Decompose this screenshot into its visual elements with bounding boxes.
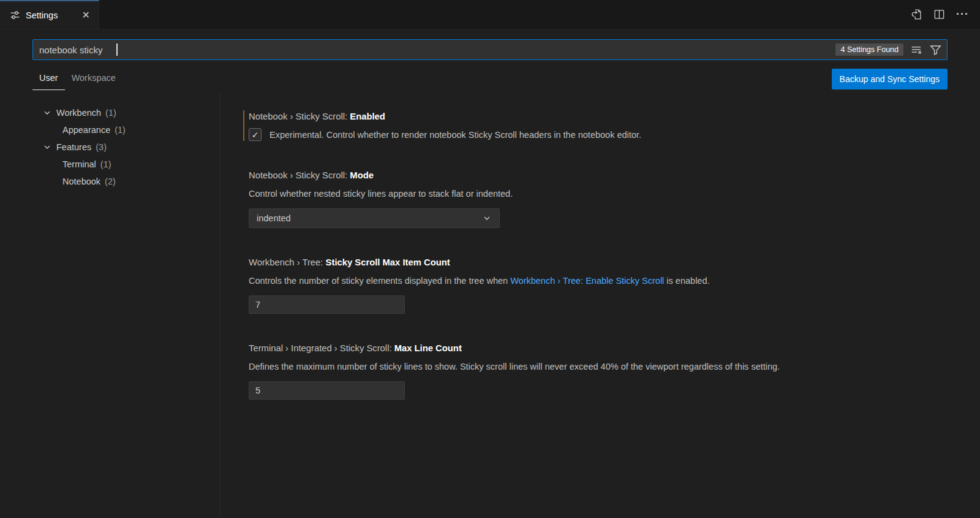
max-line-count-input[interactable] bbox=[249, 381, 405, 400]
setting-description: Control whether nested sticky lines appe… bbox=[249, 188, 956, 200]
settings-list: Notebook › Sticky Scroll: Enabled ✓ Expe… bbox=[221, 92, 980, 516]
setting-terminal-sticky-scroll-max-line-count: Terminal › Integrated › Sticky Scroll: M… bbox=[243, 342, 956, 400]
chevron-down-icon bbox=[482, 213, 492, 223]
setting-description: Experimental. Control whether to render … bbox=[270, 129, 641, 141]
setting-tree-sticky-scroll-max-item-count: Workbench › Tree: Sticky Scroll Max Item… bbox=[243, 256, 956, 314]
settings-sliders-icon bbox=[10, 10, 20, 20]
filter-settings-icon[interactable] bbox=[930, 44, 941, 56]
setting-title: Workbench › Tree: Sticky Scroll Max Item… bbox=[249, 256, 956, 269]
tab-title: Settings bbox=[26, 10, 58, 20]
setting-description: Controls the number of sticky elements d… bbox=[249, 275, 956, 287]
toc-item-terminal[interactable]: Terminal (1) bbox=[0, 156, 220, 173]
checkbox-checked[interactable]: ✓ bbox=[249, 128, 262, 141]
max-item-count-input[interactable] bbox=[249, 295, 405, 314]
settings-search-box[interactable]: 4 Settings Found bbox=[32, 39, 948, 60]
tab-user[interactable]: User bbox=[32, 68, 65, 90]
settings-count-badge: 4 Settings Found bbox=[835, 44, 903, 56]
settings-search-container: 4 Settings Found bbox=[0, 29, 980, 60]
settings-toc: Workbench (1) Appearance (1) Features (3… bbox=[0, 92, 221, 516]
setting-notebook-sticky-scroll-mode: Notebook › Sticky Scroll: Mode Control w… bbox=[243, 169, 956, 228]
settings-body: Workbench (1) Appearance (1) Features (3… bbox=[0, 92, 980, 516]
scope-tabs-row: User Workspace Backup and Sync Settings bbox=[0, 60, 980, 92]
text-caret bbox=[116, 44, 118, 56]
open-settings-json-icon[interactable] bbox=[911, 9, 922, 20]
settings-search-input[interactable] bbox=[39, 45, 835, 55]
more-actions-icon[interactable]: ··· bbox=[956, 12, 969, 17]
clear-settings-search-icon[interactable] bbox=[911, 44, 922, 56]
toc-item-features[interactable]: Features (3) bbox=[0, 139, 220, 156]
chevron-down-icon[interactable] bbox=[42, 142, 52, 152]
setting-title: Notebook › Sticky Scroll: Enabled bbox=[249, 110, 956, 123]
toc-item-appearance[interactable]: Appearance (1) bbox=[0, 121, 220, 139]
close-tab-icon[interactable]: ✕ bbox=[80, 9, 92, 21]
enable-sticky-scroll-link[interactable]: Workbench › Tree: Enable Sticky Scroll bbox=[510, 276, 664, 286]
setting-description: Defines the maximum number of sticky lin… bbox=[249, 360, 956, 373]
editor-actions: ··· bbox=[911, 0, 980, 29]
mode-select-dropdown[interactable]: indented bbox=[249, 208, 500, 228]
editor-tab-bar: Settings ✕ ··· bbox=[0, 0, 980, 29]
backup-and-sync-settings-button[interactable]: Backup and Sync Settings bbox=[832, 69, 948, 90]
setting-notebook-sticky-scroll-enabled: Notebook › Sticky Scroll: Enabled ✓ Expe… bbox=[243, 110, 956, 141]
tab-workspace[interactable]: Workspace bbox=[65, 68, 123, 90]
split-editor-icon[interactable] bbox=[933, 9, 945, 20]
toc-item-notebook[interactable]: Notebook (2) bbox=[0, 173, 220, 190]
setting-title: Terminal › Integrated › Sticky Scroll: M… bbox=[249, 342, 956, 354]
toc-item-workbench[interactable]: Workbench (1) bbox=[0, 104, 220, 121]
chevron-down-icon[interactable] bbox=[42, 108, 52, 118]
tab-settings[interactable]: Settings ✕ bbox=[0, 0, 99, 29]
setting-title: Notebook › Sticky Scroll: Mode bbox=[249, 169, 956, 181]
